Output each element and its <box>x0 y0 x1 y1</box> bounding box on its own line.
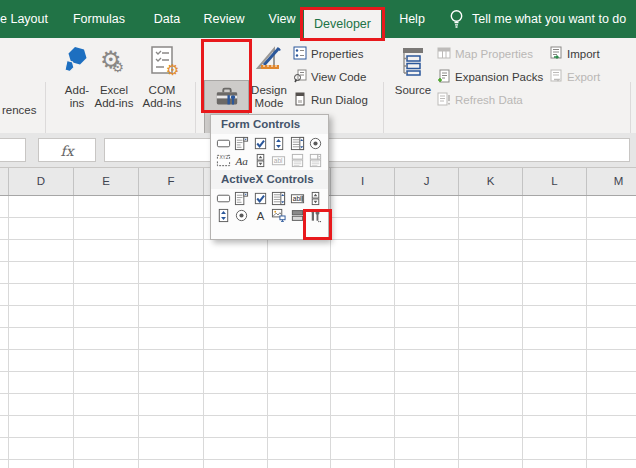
column-header-K[interactable]: K <box>458 168 522 195</box>
grid-line <box>522 196 523 468</box>
tab-help[interactable]: Help <box>392 0 432 38</box>
tell-me-box[interactable]: Tell me what you want to do <box>472 0 634 38</box>
export-button: Export <box>549 69 600 85</box>
activex-scroll-bar-icon[interactable] <box>307 190 326 207</box>
activex-text-box-icon[interactable]: abl <box>288 190 307 207</box>
com-addins-button[interactable]: COMAdd-ins <box>140 84 184 109</box>
svg-text:A: A <box>257 210 265 222</box>
insert-toolbox-icon <box>214 84 240 114</box>
form-combo-box-icon[interactable] <box>233 135 252 152</box>
design-mode-icon <box>254 44 284 78</box>
column-header-D[interactable]: D <box>8 168 73 195</box>
svg-text:Aa: Aa <box>235 155 249 167</box>
map-properties-icon <box>437 46 451 62</box>
form-combo-list-edit-icon[interactable] <box>288 152 307 169</box>
formula-input[interactable] <box>104 138 630 162</box>
refresh-data-button: Refresh Data <box>437 92 523 108</box>
activex-image-icon[interactable] <box>270 207 289 224</box>
lightbulb-icon <box>449 9 464 33</box>
tab-developer[interactable]: Developer <box>304 10 381 38</box>
column-header-L[interactable]: L <box>522 168 586 195</box>
column-header-M[interactable]: M <box>586 168 636 195</box>
excel-addins-button[interactable]: ExcelAdd-ins <box>92 84 136 109</box>
expansion-packs-icon <box>437 69 451 85</box>
column-header-J[interactable]: J <box>394 168 458 195</box>
grid-line <box>138 196 139 468</box>
excel-addins-icon: ⚙⚙ <box>100 46 134 74</box>
svg-text:abl: abl <box>293 195 302 202</box>
activex-option-button-icon[interactable] <box>233 207 252 224</box>
activex-list-box-icon[interactable] <box>270 190 289 207</box>
grid-line <box>330 196 331 468</box>
addins-button[interactable]: Add-ins <box>57 84 97 109</box>
activex-controls-grid: ablA <box>211 189 328 225</box>
form-spin-button-icon[interactable] <box>270 135 289 152</box>
activex-more-controls-icon[interactable] <box>307 207 326 224</box>
grid-line <box>458 196 459 468</box>
form-controls-grid: XYZAaabl <box>211 134 328 170</box>
run-dialog-button[interactable]: Run Dialog <box>293 92 368 108</box>
activex-command-button-icon[interactable] <box>214 190 233 207</box>
grid-line <box>394 196 395 468</box>
activex-controls-header: ActiveX Controls <box>211 170 328 189</box>
refresh-data-icon <box>437 92 451 108</box>
import-icon <box>549 46 563 62</box>
properties-icon <box>293 46 307 62</box>
activex-spin-button-icon[interactable] <box>214 207 233 224</box>
tab-formulas[interactable]: Formulas <box>70 0 128 38</box>
tab-data[interactable]: Data <box>148 0 186 38</box>
svg-text:abl: abl <box>274 157 283 164</box>
activex-label-icon[interactable]: A <box>251 207 270 224</box>
form-controls-header: Form Controls <box>211 115 328 134</box>
activex-toggle-button-icon[interactable] <box>288 207 307 224</box>
insert-function-button[interactable]: fx <box>38 138 96 162</box>
fx-icon: fx <box>39 139 95 163</box>
import-button[interactable]: Import <box>549 46 600 62</box>
xml-source-icon <box>397 46 427 80</box>
form-label-icon[interactable]: Aa <box>233 152 252 169</box>
grid-line <box>203 196 204 468</box>
grid-line <box>73 196 74 468</box>
map-properties-button: Map Properties <box>437 46 533 62</box>
view-code-button[interactable]: View Code <box>293 69 366 85</box>
activex-check-box-icon[interactable] <box>251 190 270 207</box>
svg-text:⚙: ⚙ <box>166 61 179 77</box>
form-group-box-icon[interactable]: XYZ <box>214 152 233 169</box>
source-button[interactable]: Source <box>392 84 434 97</box>
activex-combo-box-icon[interactable] <box>233 190 252 207</box>
svg-text:XYZ: XYZ <box>219 155 228 160</box>
form-combo-dropdown-edit-icon[interactable] <box>307 152 326 169</box>
form-scroll-bar-icon[interactable] <box>251 152 270 169</box>
tab-developer-label: Developer <box>304 10 381 38</box>
use-relative-references-partial[interactable]: rences <box>2 102 37 118</box>
column-header-I[interactable]: I <box>330 168 394 195</box>
form-text-field-icon[interactable]: abl <box>270 152 289 169</box>
column-header-E[interactable]: E <box>73 168 138 195</box>
form-button-icon[interactable] <box>214 135 233 152</box>
view-code-icon <box>293 69 307 85</box>
excel-window: e Layout Formulas Data Review View Help … <box>0 0 636 468</box>
grid-line <box>8 196 9 468</box>
insert-controls-dropdown: Form Controls XYZAaabl ActiveX Controls … <box>210 114 329 240</box>
addins-icon <box>62 44 92 78</box>
export-icon <box>549 69 563 85</box>
com-addins-icon: ⚙ <box>148 45 180 81</box>
column-header-F[interactable]: F <box>138 168 203 195</box>
name-box[interactable] <box>0 138 26 162</box>
run-dialog-icon <box>293 92 307 108</box>
tab-review[interactable]: Review <box>197 0 251 38</box>
design-mode-button[interactable]: DesignMode <box>248 84 290 109</box>
grid-line <box>586 196 587 468</box>
expansion-packs-button[interactable]: Expansion Packs <box>437 69 543 85</box>
form-option-button-icon[interactable] <box>307 135 326 152</box>
form-list-box-icon[interactable] <box>288 135 307 152</box>
tab-page-layout[interactable]: e Layout <box>0 0 48 38</box>
properties-button[interactable]: Properties <box>293 46 363 62</box>
tab-view[interactable]: View <box>262 0 302 38</box>
form-check-box-icon[interactable] <box>251 135 270 152</box>
